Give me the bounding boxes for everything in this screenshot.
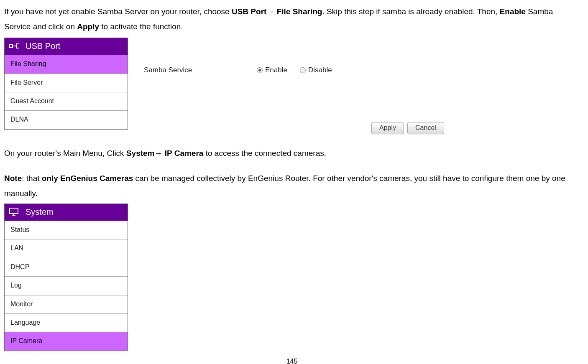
system-menu-item-dhcp[interactable]: DHCP xyxy=(5,258,128,276)
system-menu-item-language[interactable]: Language xyxy=(5,313,128,332)
system-menu: System Status LAN DHCP Log Monitor Langu… xyxy=(4,204,128,351)
cancel-button[interactable]: Cancel xyxy=(407,122,444,134)
samba-enable-radio[interactable] xyxy=(257,67,263,73)
apply-button[interactable]: Apply xyxy=(371,122,404,134)
svg-rect-0 xyxy=(9,44,13,48)
system-menu-title: System xyxy=(26,204,54,220)
monitor-icon xyxy=(9,207,20,217)
usb-menu-item-dlna[interactable]: DLNA xyxy=(5,110,128,129)
usb-port-menu: USB Port File Sharing File Server Guest … xyxy=(4,38,128,130)
system-menu-item-status[interactable]: Status xyxy=(5,221,128,239)
system-menu-item-monitor[interactable]: Monitor xyxy=(5,295,128,313)
usb-port-menu-title: USB Port xyxy=(26,38,60,54)
apply-cancel-bar: Apply Cancel xyxy=(371,122,580,134)
system-menu-header: System xyxy=(5,204,128,221)
samba-disable-label: Disable xyxy=(308,64,332,77)
system-menu-item-lan[interactable]: LAN xyxy=(5,239,128,257)
samba-service-label: Samba Service xyxy=(144,64,257,77)
usb-menu-item-file-server[interactable]: File Server xyxy=(5,74,128,92)
usb-menu-item-file-sharing[interactable]: File Sharing xyxy=(5,55,128,73)
usb-menu-item-guest-account[interactable]: Guest Account xyxy=(5,92,128,110)
paragraph-samba-instructions: If you have not yet enable Samba Server … xyxy=(4,4,580,34)
paragraph-ipcamera-instructions: On your router's Main Menu, Click System… xyxy=(4,146,580,161)
svg-rect-5 xyxy=(10,208,18,214)
samba-service-row: Samba Service Enable Disable xyxy=(144,38,580,77)
usb-port-menu-header: USB Port xyxy=(5,38,128,55)
page-number: 145 xyxy=(4,355,580,364)
system-menu-item-ip-camera[interactable]: IP Camera xyxy=(5,332,128,350)
paragraph-note: Note: that only EnGenius Cameras can be … xyxy=(4,171,580,201)
usb-plug-icon xyxy=(9,41,20,51)
system-menu-item-log[interactable]: Log xyxy=(5,276,128,295)
samba-enable-label: Enable xyxy=(265,64,287,77)
samba-disable-radio[interactable] xyxy=(300,67,306,73)
